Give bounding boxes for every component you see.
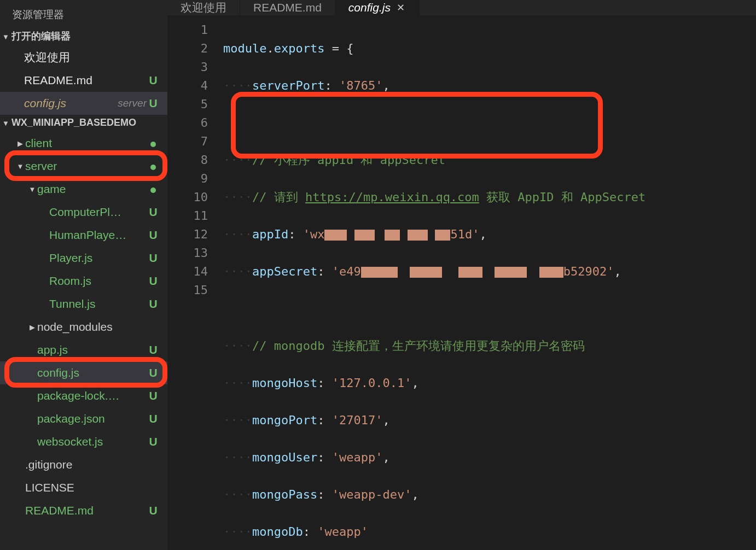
tab-label: config.js [348, 1, 391, 14]
file-tree: clientservergameComputerPl…UHumanPlaye…U… [0, 132, 167, 522]
editor-tab[interactable]: 欢迎使用 [167, 0, 240, 15]
file-tree-label: LICENSE [25, 481, 147, 494]
project-header[interactable]: WX_MINIAPP_BASEDEMO [0, 115, 167, 132]
line-number: 12 [167, 225, 208, 244]
vcs-status: U [147, 435, 160, 448]
open-editors-header[interactable]: 打开的编辑器 [0, 27, 167, 46]
redacted-appid [324, 230, 450, 241]
file-tree-item[interactable]: game [0, 178, 167, 201]
file-tree-label: app.js [37, 343, 147, 356]
file-tree-item[interactable]: app.jsU [0, 338, 167, 361]
line-gutter: 123456789101112131415 [167, 21, 223, 550]
vcs-status: U [147, 504, 160, 517]
file-tree-item[interactable]: README.mdU [0, 499, 167, 522]
vcs-status: U [147, 366, 160, 379]
line-number: 4 [167, 77, 208, 95]
token: mongoPass [252, 488, 317, 501]
editor-area: 欢迎使用README.mdconfig.js✕ 1234567891011121… [167, 0, 756, 550]
token: . [266, 42, 274, 55]
token: 'weapp-dev' [332, 488, 412, 501]
line-number: 10 [167, 188, 208, 207]
file-tree-item[interactable]: package.jsonU [0, 407, 167, 430]
open-editors-list: 欢迎使用README.mdUconfig.jsserverU [0, 46, 167, 115]
file-tree-item[interactable]: server [0, 155, 167, 178]
open-editor-item[interactable]: 欢迎使用 [0, 46, 167, 69]
vcs-status [147, 183, 160, 196]
file-tree-item[interactable]: config.jsU [0, 361, 167, 384]
comment: 获取 AppID 和 AppSecret [479, 190, 645, 204]
file-tree-item[interactable]: ComputerPl…U [0, 201, 167, 224]
vcs-status: U [147, 229, 160, 242]
line-number: 13 [167, 244, 208, 262]
file-tree-label: server [25, 160, 147, 173]
vcs-status: U [147, 412, 160, 425]
line-number: 11 [167, 207, 208, 225]
file-tree-label: node_modules [37, 320, 147, 333]
file-tree-label: Tunnel.js [49, 297, 147, 311]
line-number: 9 [167, 169, 208, 188]
file-tree-label: game [37, 183, 147, 196]
file-tree-item[interactable]: LICENSE [0, 476, 167, 499]
file-tree-label: .gitignore [25, 458, 147, 471]
file-tree-item[interactable]: Player.jsU [0, 247, 167, 270]
open-editor-label: README.md [24, 74, 147, 87]
sidebar: 资源管理器 打开的编辑器 欢迎使用README.mdUconfig.jsserv… [0, 0, 167, 550]
vcs-status: U [147, 274, 160, 288]
tab-label: 欢迎使用 [181, 0, 226, 15]
file-tree-label: websocket.js [37, 435, 147, 448]
token: 'weapp' [332, 450, 383, 464]
file-tree-item[interactable]: node_modules [0, 315, 167, 338]
token: appSecret [252, 265, 317, 278]
file-tree-item[interactable]: .gitignore [0, 453, 167, 476]
chevron-down-icon [2, 31, 9, 42]
line-number: 2 [167, 39, 208, 58]
line-number: 15 [167, 281, 208, 300]
token: 'wx [303, 227, 325, 241]
file-tree-label: client [25, 137, 147, 150]
file-tree-label: HumanPlaye… [49, 229, 147, 242]
open-editor-label: config.js [24, 97, 114, 110]
chevron-down-icon [15, 162, 25, 171]
editor-tab[interactable]: config.js✕ [335, 0, 420, 15]
code-area[interactable]: 123456789101112131415 module.exports = {… [167, 15, 756, 550]
line-number: 7 [167, 132, 208, 151]
line-number: 1 [167, 21, 208, 39]
token: appId [252, 227, 288, 241]
file-tree-item[interactable]: HumanPlaye…U [0, 224, 167, 247]
vcs-status: U [147, 343, 160, 356]
editor-tab[interactable]: README.md [240, 0, 335, 15]
token: '127.0.0.1' [332, 376, 412, 390]
chevron-right-icon [27, 323, 37, 331]
comment: // 小程序 appId 和 appSecret [252, 153, 445, 167]
token: serverPort [252, 79, 324, 92]
file-tree-label: Room.js [49, 274, 147, 288]
vcs-status [147, 160, 160, 173]
open-editor-item[interactable]: config.jsserverU [0, 92, 167, 115]
file-tree-item[interactable]: Tunnel.jsU [0, 292, 167, 315]
token: mongoPort [252, 413, 317, 427]
tab-bar: 欢迎使用README.mdconfig.js✕ [167, 0, 756, 15]
vcs-status: U [147, 297, 160, 311]
token: mongoHost [252, 376, 317, 390]
vcs-status: U [147, 74, 160, 87]
close-icon[interactable]: ✕ [396, 2, 406, 14]
file-tree-label: ComputerPl… [49, 206, 147, 219]
vcs-status: U [147, 206, 160, 219]
chevron-down-icon [27, 185, 37, 194]
file-tree-item[interactable]: package-lock.…U [0, 384, 167, 407]
open-editor-item[interactable]: README.mdU [0, 69, 167, 92]
open-editor-label: 欢迎使用 [24, 50, 147, 65]
comment: // 请到 [252, 190, 305, 204]
token: mongoUser [252, 450, 317, 464]
file-tree-item[interactable]: client [0, 132, 167, 155]
token: = { [324, 42, 353, 55]
vcs-status: U [147, 389, 160, 402]
code-content[interactable]: module.exports = { ····serverPort: '8765… [223, 21, 756, 550]
line-number: 6 [167, 114, 208, 132]
tab-label: README.md [253, 1, 322, 14]
file-tree-item[interactable]: websocket.jsU [0, 430, 167, 453]
file-tree-label: config.js [37, 366, 147, 379]
explorer-title: 资源管理器 [0, 0, 167, 27]
file-tree-item[interactable]: Room.jsU [0, 270, 167, 292]
chevron-down-icon [2, 117, 9, 128]
